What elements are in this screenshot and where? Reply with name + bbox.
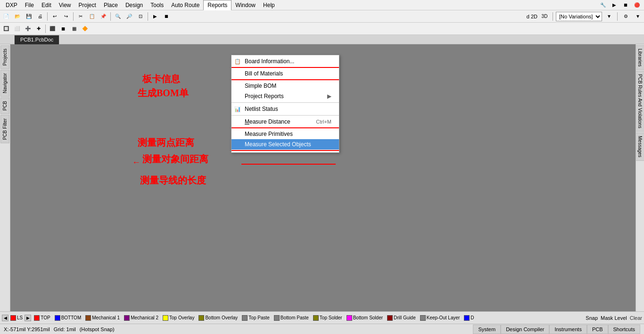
menu-project-reports[interactable]: Project Reports ▶ [231,91,339,101]
menu-help[interactable]: Help [259,0,279,10]
tb2-5[interactable]: ⬛ [47,24,58,34]
menu-measure-selected[interactable]: Measure Selected Objects [231,139,339,150]
left-panel: Projects Navigator PCB PCB Filter [0,44,10,311]
tb2-6[interactable]: ◼ [58,24,68,34]
layer-keepout[interactable]: Keep-Out Layer [419,315,462,321]
menu-file[interactable]: File [21,0,38,10]
toolbar-icon-3[interactable]: ⏹ [620,0,631,10]
left-tab-pcb[interactable]: PCB [0,98,9,114]
netlist-icon: 📊 [234,106,241,112]
tb-variations[interactable]: ▼ [604,11,614,22]
right-tab-pcb-rules[interactable]: PCB Rules And Violations [636,71,644,132]
status-design-compiler[interactable]: Design Compiler [501,325,549,334]
layer-d[interactable]: D [462,315,475,321]
tb-zoom-out[interactable]: 🔎 [124,11,134,22]
annotation-4: 测量对象间距离 [142,153,208,166]
menu-reports[interactable]: Reports [203,0,231,10]
left-tab-projects[interactable]: Projects [0,45,9,69]
menu-bill-of-materials[interactable]: Bill of Materials [231,68,339,79]
tb-paste[interactable]: 📌 [98,11,108,22]
tb-run[interactable]: ▶ [150,11,160,22]
tb-save[interactable]: 💾 [24,11,34,22]
menu-edit[interactable]: Edit [38,0,55,10]
tb2-1[interactable]: 🔲 [1,24,11,34]
menu-simple-bom[interactable]: Simple BOM [231,81,339,91]
status-pcb[interactable]: PCB [587,325,608,334]
tb-new[interactable]: 📄 [1,11,11,22]
sep-after-bom [231,79,339,80]
layer-next[interactable]: ▶ [25,315,31,321]
menu-measure-primitives[interactable]: Measure Primitives [231,129,339,139]
left-tab-pcb-filter[interactable]: PCB Filter [0,115,9,143]
tb-zoom-fit[interactable]: ⊡ [135,11,146,22]
tb-undo[interactable]: ↩ [50,11,60,22]
layer-top-overlay-label: Top Overlay [169,315,194,320]
tb-zoom-in[interactable]: 🔍 [113,11,123,22]
clear-label[interactable]: Clear [630,315,642,321]
annotation-2: 生成BOM单 [138,87,189,100]
menu-board-info[interactable]: 📋 Board Information... [231,56,339,67]
canvas-area[interactable]: 板卡信息 生成BOM单 测量两点距离 测量对象间距离 测量导线的长度 ← 📋 B… [10,44,636,311]
tb-config[interactable]: ⚙ [620,11,631,22]
layer-mech1[interactable]: Mechanical 1 [84,315,121,321]
tb-3d[interactable]: 3D [539,11,550,22]
layer-mech2[interactable]: Mechanical 2 [123,315,160,321]
layer-top-solder-color [313,315,319,321]
tb2-4[interactable]: ✚ [33,24,44,34]
status-buttons: System Design Compiler Instruments PCB S… [473,325,640,334]
menu-place[interactable]: Place [100,0,122,10]
annotation-3: 测量两点距离 [138,136,194,149]
layer-top-paste-label: Top Paste [248,315,269,320]
menu-netlist-status[interactable]: 📊 Netlist Status [231,104,339,114]
status-instruments[interactable]: Instruments [549,325,586,334]
tb2-7[interactable]: ▦ [69,24,79,34]
menu-tools[interactable]: Tools [147,0,167,10]
variations-select[interactable]: [No Variations] [556,12,602,21]
layer-top-overlay[interactable]: Top Overlay [161,315,196,321]
tb-print[interactable]: 🖨 [35,11,45,22]
layer-bottom-solder-color [347,315,352,321]
status-shortcuts[interactable]: Shortcuts [608,325,640,334]
tb-copy[interactable]: 📋 [87,11,97,22]
layer-bottom[interactable]: BOTTOM [53,315,83,321]
tb-extra1[interactable]: ▼ [633,11,643,22]
coords-label: X:-571mil Y:2951mil [4,326,50,332]
menu-window[interactable]: Window [231,0,259,10]
layer-prev[interactable]: ◀ [2,315,8,321]
menu-design[interactable]: Design [122,0,147,10]
tb-open[interactable]: 📂 [12,11,23,22]
layer-bottom-paste[interactable]: Bottom Paste [272,315,310,321]
tb-cut[interactable]: ✂ [75,11,86,22]
left-tab-navigator[interactable]: Navigator [0,70,9,97]
tb2-8[interactable]: 🔶 [80,24,90,34]
tb-stop[interactable]: ⏹ [161,11,172,22]
toolbar-icon-4[interactable]: 🔴 [632,0,642,10]
menu-auto-route[interactable]: Auto Route [167,0,203,10]
layer-drill-guide[interactable]: Drill Guide [386,315,417,321]
menu-dxp[interactable]: DXP [2,0,21,10]
layer-ls[interactable]: LS [9,315,24,321]
status-system[interactable]: System [473,325,501,334]
tb2-3[interactable]: ➕ [23,24,33,34]
toolbar-icon-2[interactable]: ▶ [609,0,619,10]
layer-top-label: TOP [41,315,50,320]
layer-top-paste[interactable]: Top Paste [240,315,271,321]
layer-top-solder[interactable]: Top Solder [312,315,344,321]
right-tab-libraries[interactable]: Libraries [636,45,644,70]
tb2-2[interactable]: ⬜ [12,24,22,34]
menu-view[interactable]: View [55,0,75,10]
layer-top[interactable]: TOP [33,315,51,321]
toolbar-icon-1[interactable]: 🔧 [598,0,608,10]
simple-bom-label: Simple BOM [245,83,276,89]
layer-bottom-paste-color [274,315,280,321]
right-tab-messages[interactable]: Messages [636,133,644,161]
tab-pcb[interactable]: PCB1.PcbDoc [14,35,59,44]
menu-measure-distance[interactable]: Measure Distance Ctrl+M [231,117,339,127]
grid-label: Grid: 1mil [54,326,76,332]
layer-bottom-overlay-color [198,315,204,321]
tb-redo[interactable]: ↪ [61,11,71,22]
measure-primitives-label: Measure Primitives [245,131,293,137]
menu-project[interactable]: Project [75,0,100,10]
layer-bottom-solder[interactable]: Bottom Solder [345,315,384,321]
layer-bottom-overlay[interactable]: Bottom Overlay [197,315,239,321]
